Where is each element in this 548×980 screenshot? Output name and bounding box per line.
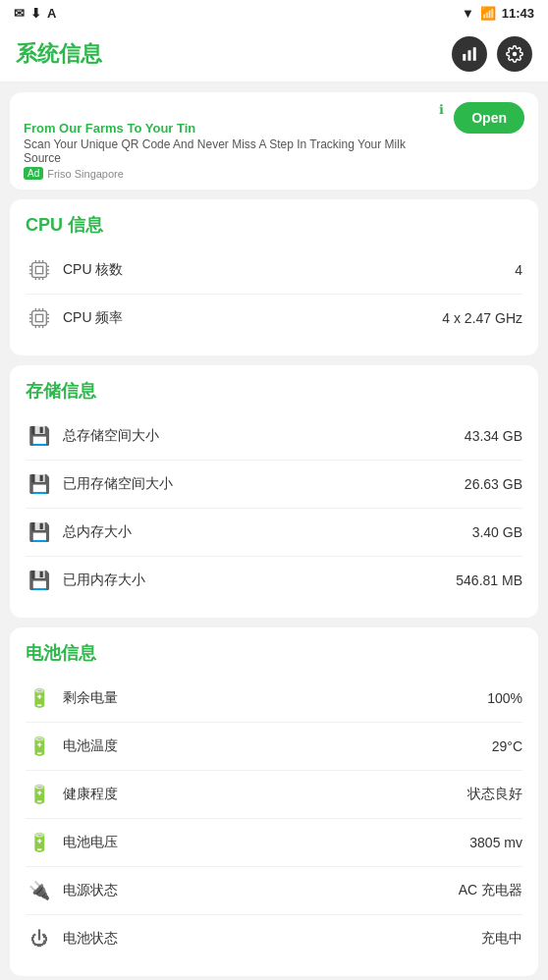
msg-icon: ✉ <box>14 6 25 21</box>
time-display: 11:43 <box>502 6 534 21</box>
battery-temp-row: 🔋 电池温度 29°C <box>26 723 522 771</box>
battery-remain-row: 🔋 剩余电量 100% <box>26 675 522 723</box>
app-header: 系统信息 <box>0 27 548 82</box>
svg-rect-5 <box>35 266 42 273</box>
cpu-freq-row: CPU 频率 4 x 2.47 GHz <box>26 295 522 342</box>
cpu-cores-row: CPU 核数 4 <box>26 246 522 295</box>
ad-open-button[interactable]: Open <box>454 102 524 134</box>
cpu-core-icon <box>26 256 53 284</box>
svg-rect-0 <box>463 54 466 61</box>
battery-voltage-label: 电池电压 <box>63 834 469 851</box>
battery-section: 电池信息 🔋 剩余电量 100% 🔋 电池温度 29°C 🔋 健康程度 状态良好… <box>10 627 538 976</box>
battery-health-value: 状态良好 <box>467 786 522 803</box>
used-storage-value: 26.63 GB <box>465 476 522 492</box>
cpu-freq-label: CPU 频率 <box>63 309 442 327</box>
power-state-value: AC 充电器 <box>459 882 522 899</box>
power-state-icon: 🔌 <box>26 877 53 904</box>
power-state-label: 电源状态 <box>63 882 459 899</box>
battery-remain-icon: 🔋 <box>26 684 53 712</box>
battery-remain-label: 剩余电量 <box>63 689 487 707</box>
storage-section-title: 存储信息 <box>26 379 522 403</box>
used-storage-row: 💾 已用存储空间大小 26.63 GB <box>26 461 522 509</box>
status-left-icons: ✉ ⬇ A <box>14 6 56 21</box>
battery-state-icon: ⏻ <box>26 925 53 953</box>
battery-section-title: 电池信息 <box>26 641 522 665</box>
svg-rect-19 <box>35 314 42 321</box>
ad-source: Ad Friso Singapore <box>24 167 444 180</box>
svg-rect-2 <box>473 47 476 61</box>
cpu-section-title: CPU 信息 <box>26 213 522 237</box>
storage-total-icon: 💾 <box>26 422 53 450</box>
battery-voltage-value: 3805 mv <box>469 835 522 850</box>
battery-voltage-row: 🔋 电池电压 3805 mv <box>26 819 522 867</box>
ad-tag: Ad <box>24 167 43 180</box>
total-ram-value: 3.40 GB <box>472 524 522 540</box>
battery-temp-label: 电池温度 <box>63 737 492 755</box>
svg-point-3 <box>513 52 518 57</box>
power-state-row: 🔌 电源状态 AC 充电器 <box>26 867 522 915</box>
svg-rect-18 <box>32 311 47 326</box>
battery-temp-icon: 🔋 <box>26 733 53 760</box>
ad-info-icon: ℹ <box>24 102 444 117</box>
ad-source-name: Friso Singapore <box>47 168 124 180</box>
battery-temp-value: 29°C <box>492 738 522 754</box>
ad-title: From Our Farms To Your Tin <box>24 121 444 136</box>
chart-button[interactable] <box>452 36 487 72</box>
page-title: 系统信息 <box>16 39 102 69</box>
battery-health-label: 健康程度 <box>63 786 467 803</box>
ad-banner: ℹ From Our Farms To Your Tin Scan Your U… <box>10 92 538 190</box>
battery-voltage-icon: 🔋 <box>26 829 53 856</box>
cpu-freq-icon <box>26 304 53 332</box>
signal-icon: 📶 <box>480 6 496 21</box>
used-ram-value: 546.81 MB <box>456 572 522 588</box>
status-right-icons: ▼ 📶 11:43 <box>462 6 534 21</box>
wifi-icon: ▼ <box>462 6 474 21</box>
font-icon: A <box>47 6 56 21</box>
settings-button[interactable] <box>497 36 532 72</box>
ad-description: Scan Your Unique QR Code And Never Miss … <box>24 137 444 165</box>
download-icon: ⬇ <box>30 6 41 21</box>
total-storage-value: 43.34 GB <box>465 428 522 444</box>
ram-total-icon: 💾 <box>26 518 53 546</box>
cpu-section: CPU 信息 CPU 核数 4 CPU 频率 4 x 2.47 GHz <box>10 199 538 355</box>
main-content: ℹ From Our Farms To Your Tin Scan Your U… <box>0 92 548 980</box>
battery-remain-value: 100% <box>487 690 522 706</box>
total-ram-label: 总内存大小 <box>63 523 472 541</box>
total-storage-label: 总存储空间大小 <box>63 427 465 445</box>
cpu-cores-label: CPU 核数 <box>63 261 515 279</box>
used-ram-row: 💾 已用内存大小 546.81 MB <box>26 557 522 604</box>
battery-state-label: 电池状态 <box>63 930 481 948</box>
ad-content: ℹ From Our Farms To Your Tin Scan Your U… <box>24 102 444 180</box>
svg-rect-1 <box>468 50 471 61</box>
used-ram-label: 已用内存大小 <box>63 572 456 589</box>
storage-used-icon: 💾 <box>26 470 53 498</box>
cpu-cores-value: 4 <box>515 262 522 278</box>
svg-rect-4 <box>32 263 47 278</box>
used-storage-label: 已用存储空间大小 <box>63 475 465 493</box>
battery-health-row: 🔋 健康程度 状态良好 <box>26 771 522 819</box>
battery-health-icon: 🔋 <box>26 781 53 808</box>
total-ram-row: 💾 总内存大小 3.40 GB <box>26 509 522 557</box>
status-bar: ✉ ⬇ A ▼ 📶 11:43 <box>0 0 548 27</box>
cpu-freq-value: 4 x 2.47 GHz <box>442 310 522 326</box>
battery-state-value: 充电中 <box>481 930 522 948</box>
battery-state-row: ⏻ 电池状态 充电中 <box>26 915 522 962</box>
storage-section: 存储信息 💾 总存储空间大小 43.34 GB 💾 已用存储空间大小 26.63… <box>10 365 538 618</box>
total-storage-row: 💾 总存储空间大小 43.34 GB <box>26 412 522 461</box>
header-icons <box>452 36 532 72</box>
ram-used-icon: 💾 <box>26 567 53 594</box>
